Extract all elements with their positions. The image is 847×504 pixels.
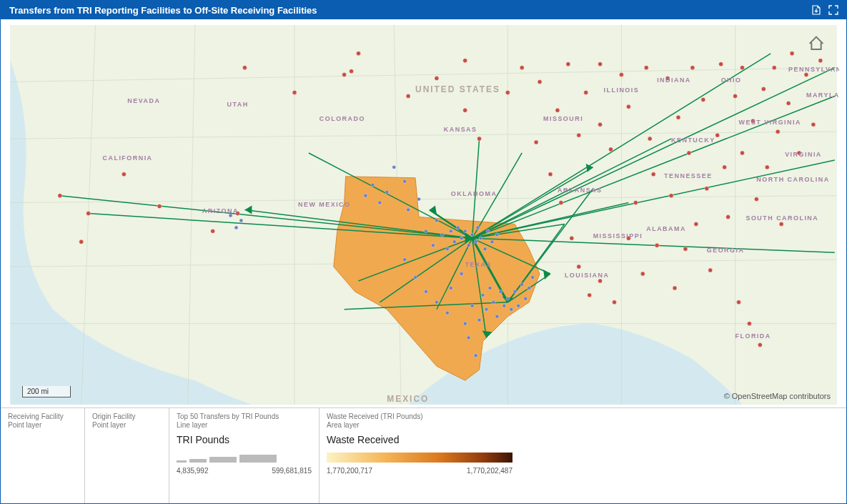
svg-point-16	[292, 90, 297, 94]
svg-point-93	[417, 197, 421, 201]
svg-point-37	[626, 104, 630, 109]
titlebar: Transfers from TRI Reporting Facilities …	[1, 1, 846, 19]
state-label: KENTUCKY	[671, 137, 715, 144]
svg-point-18	[357, 51, 361, 56]
state-label: NEVADA	[127, 97, 160, 104]
svg-point-133	[510, 307, 513, 311]
state-label: KANSAS	[444, 126, 477, 133]
svg-point-77	[577, 265, 581, 269]
svg-point-51	[715, 133, 720, 137]
svg-point-9	[86, 212, 91, 216]
state-label: OKLAHOMA	[451, 190, 497, 197]
svg-point-59	[747, 322, 751, 326]
svg-point-72	[811, 122, 816, 127]
svg-point-65	[772, 66, 776, 70]
svg-point-30	[566, 62, 570, 66]
svg-point-137	[524, 297, 527, 300]
state-label: MISSISSIPPI	[593, 232, 643, 239]
svg-point-62	[758, 342, 762, 347]
svg-point-48	[701, 97, 705, 102]
svg-point-58	[740, 151, 744, 155]
svg-point-95	[431, 244, 435, 247]
svg-point-134	[513, 290, 517, 293]
svg-point-105	[470, 233, 474, 237]
svg-point-20	[406, 94, 410, 98]
state-label: VIRGINIA	[785, 151, 822, 158]
svg-point-119	[460, 272, 463, 276]
svg-point-92	[407, 208, 410, 212]
svg-point-96	[435, 219, 438, 222]
svg-point-74	[548, 172, 553, 177]
map-svg[interactable]: NEVADAUTAHCOLORADOCALIFORNIAARIZONANEW M…	[8, 25, 839, 405]
svg-point-28	[538, 80, 542, 84]
svg-point-22	[463, 59, 467, 63]
svg-point-99	[449, 229, 452, 233]
svg-point-87	[371, 183, 375, 187]
svg-point-132	[506, 297, 510, 300]
scale-bar: 200 mi	[22, 386, 71, 397]
svg-point-118	[449, 286, 452, 290]
svg-point-123	[474, 354, 477, 357]
svg-point-85	[683, 247, 688, 251]
size-ramp	[177, 453, 312, 463]
svg-point-128	[492, 300, 495, 304]
legend-area: Waste Received (TRI Pounds) Area layer W…	[320, 408, 846, 503]
svg-point-23	[463, 108, 467, 112]
legend-origin: Origin Facility Point layer	[85, 408, 169, 503]
state-label: LOUISIANA	[565, 272, 610, 279]
svg-point-112	[495, 233, 499, 237]
map-container[interactable]: NEVADAUTAHCOLORADOCALIFORNIAARIZONANEW M…	[1, 19, 846, 407]
svg-point-122	[470, 304, 474, 307]
svg-point-35	[609, 147, 613, 152]
country-label-us: UNITED STATES	[415, 84, 500, 94]
state-label: ARIZONA	[202, 208, 239, 215]
svg-point-114	[414, 276, 417, 280]
svg-point-107	[476, 226, 480, 229]
svg-point-91	[403, 179, 407, 183]
svg-point-73	[818, 59, 823, 63]
state-label: PENNSYLVANIA	[788, 66, 839, 73]
svg-point-120	[463, 322, 467, 325]
svg-point-121	[467, 336, 470, 340]
svg-point-56	[737, 300, 741, 305]
svg-point-47	[694, 222, 698, 226]
svg-point-25	[505, 90, 510, 94]
export-icon[interactable]	[809, 3, 823, 17]
state-label: MISSOURI	[543, 115, 583, 122]
svg-point-12	[157, 204, 162, 209]
svg-point-115	[424, 290, 427, 293]
svg-point-113	[403, 258, 407, 262]
map-attribution: © OpenStreetMap contributors	[724, 392, 831, 400]
svg-point-38	[633, 201, 638, 205]
svg-point-102	[460, 237, 463, 240]
home-icon[interactable]	[808, 35, 825, 52]
svg-point-76	[570, 236, 574, 240]
svg-point-104	[467, 244, 470, 247]
svg-point-89	[385, 190, 389, 194]
state-label: MARYLAND	[806, 92, 839, 99]
svg-point-84	[673, 286, 677, 290]
state-label: TEXAS	[465, 261, 492, 268]
svg-point-17	[342, 73, 347, 77]
svg-point-66	[776, 129, 780, 134]
state-label: UTAH	[227, 101, 249, 108]
svg-point-49	[705, 187, 709, 191]
svg-point-127	[488, 286, 492, 290]
svg-point-13	[211, 229, 215, 233]
svg-point-32	[584, 90, 588, 94]
svg-point-116	[435, 300, 438, 304]
svg-point-117	[445, 311, 449, 315]
maximize-icon[interactable]	[826, 3, 841, 17]
svg-point-15	[242, 66, 247, 70]
svg-point-136	[520, 282, 524, 286]
svg-point-141	[234, 226, 238, 229]
state-label: TENNESSEE	[664, 172, 713, 179]
state-label: ILLINOIS	[604, 87, 640, 94]
svg-point-124	[477, 318, 481, 322]
svg-point-138	[527, 286, 531, 290]
svg-point-69	[790, 51, 794, 56]
svg-point-82	[640, 272, 645, 276]
svg-point-31	[577, 133, 581, 137]
svg-point-26	[520, 66, 524, 70]
svg-point-29	[555, 108, 560, 112]
